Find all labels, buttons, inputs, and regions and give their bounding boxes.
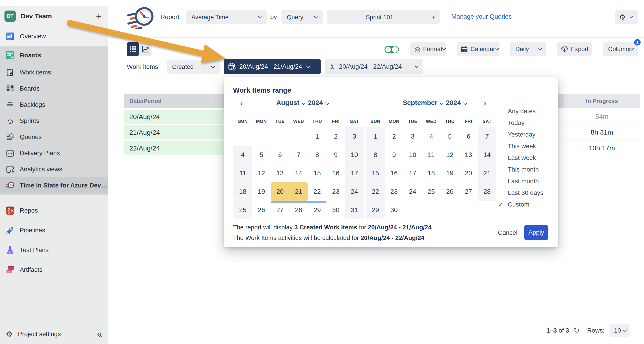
sidebar-item-work-items[interactable]: Work items (0, 64, 108, 81)
calendar-day[interactable]: 20 (459, 164, 478, 182)
calendar-day[interactable]: 22 (308, 182, 326, 201)
add-icon[interactable]: + (96, 12, 104, 21)
calendar-day[interactable]: 30 (385, 201, 403, 219)
work-items-range-button[interactable]: 20/Aug/24 - 21/Aug/24 (224, 59, 321, 74)
calendar-day[interactable]: 8 (366, 146, 385, 164)
calendar-day[interactable]: 5 (440, 127, 459, 146)
rows-per-page-select[interactable]: 10 (610, 324, 630, 337)
calendar-day[interactable]: 6 (459, 127, 478, 146)
calendar-day[interactable]: 11 (234, 164, 252, 182)
calendar-day[interactable]: 22 (366, 182, 385, 201)
settings-menu-button[interactable]: ⚙ (615, 10, 638, 24)
sidebar-item-repos[interactable]: Repos (0, 201, 108, 220)
calendar-day[interactable]: 3 (345, 127, 364, 146)
month-name[interactable]: September (403, 99, 438, 107)
quick-option-last-week[interactable]: Last week (498, 152, 555, 164)
month-selector-left[interactable]: August 2024 (271, 99, 334, 107)
columns-button[interactable]: Columns (603, 42, 638, 56)
calendar-day[interactable]: 20 (271, 182, 289, 201)
sidebar-item-overview[interactable]: Overview (0, 28, 108, 44)
calendar-day[interactable]: 9 (326, 146, 345, 164)
interval-select[interactable]: Daily (510, 42, 546, 56)
calendar-day[interactable]: 27 (271, 201, 289, 219)
export-button[interactable]: Export (557, 42, 592, 56)
calendar-day[interactable]: 15 (366, 164, 385, 182)
calendar-day[interactable]: 14 (289, 164, 308, 182)
sidebar-item-sprints[interactable]: Sprints (0, 113, 108, 129)
sidebar-item-analytics-views[interactable]: Analytics views (0, 161, 108, 177)
calendar-day[interactable]: 18 (422, 164, 440, 182)
calendar-day[interactable]: 17 (403, 164, 422, 182)
calendar-day[interactable]: 16 (326, 164, 345, 182)
calendar-day[interactable]: 11 (422, 146, 440, 164)
calendar-day[interactable]: 7 (289, 146, 308, 164)
quick-option-this-week[interactable]: This week (498, 140, 555, 152)
calendar-day[interactable]: 2 (385, 127, 403, 146)
sidebar-item-test-plans[interactable]: Test Plans (0, 240, 108, 260)
calendar-day[interactable]: 18 (234, 182, 252, 201)
calendar-day[interactable]: 4 (234, 146, 252, 164)
enabled-toggle[interactable]: ✓ (384, 46, 399, 53)
calendar-day[interactable]: 21 (478, 164, 496, 182)
calendar-day[interactable]: 31 (345, 201, 364, 219)
calendar-day[interactable]: 13 (271, 164, 289, 182)
query-select[interactable]: Sprint 101 ▾ (327, 10, 440, 24)
calendar-day[interactable]: 28 (478, 182, 496, 201)
sidebar-item-boards[interactable]: Boards (0, 47, 108, 64)
format-button[interactable]: ◎ Format (410, 42, 446, 56)
year-value[interactable]: 2024 (446, 99, 461, 107)
calendar-day[interactable]: 14 (478, 146, 496, 164)
grid-view-button[interactable] (127, 42, 139, 56)
calendar-day[interactable]: 26 (440, 182, 459, 201)
calendar-day[interactable]: 27 (459, 182, 478, 201)
quick-option-last-30-days[interactable]: Last 30 days (498, 187, 555, 199)
calendar-day[interactable]: 5 (252, 146, 271, 164)
column-header-in-progress[interactable]: In Progress (564, 94, 640, 108)
calendar-day[interactable]: 10 (345, 146, 364, 164)
calendar-day[interactable]: 2 (326, 127, 345, 146)
calendar-day[interactable]: 19 (252, 182, 271, 201)
team-header[interactable]: DT Dev Team + (0, 8, 108, 24)
calendar-day[interactable]: 25 (234, 201, 252, 219)
calendar-day[interactable]: 13 (459, 146, 478, 164)
quick-option-yesterday[interactable]: Yesterday (498, 129, 555, 140)
calendar-day[interactable]: 10 (403, 146, 422, 164)
sidebar-item-artifacts[interactable]: Artifacts (0, 260, 108, 280)
calendar-day[interactable]: 29 (366, 201, 385, 219)
calendar-button[interactable]: Calendar (457, 42, 499, 56)
month-selector-right[interactable]: September 2024 (399, 99, 470, 107)
calendar-day[interactable]: 23 (326, 182, 345, 201)
apply-button[interactable]: Apply (524, 225, 548, 240)
calendar-day[interactable]: 6 (271, 146, 289, 164)
project-settings[interactable]: ⚙ Project settings « (3, 324, 105, 344)
next-month-button[interactable]: › (484, 98, 486, 108)
collapse-sidebar-icon[interactable]: « (97, 331, 105, 337)
calendar-day[interactable]: 30 (326, 201, 345, 219)
sidebar-item-backlogs[interactable]: Backlogs (0, 97, 108, 113)
calendar-day[interactable]: 8 (308, 146, 326, 164)
sidebar-item-boards[interactable]: Boards (0, 81, 108, 97)
manage-queries-link[interactable]: Manage your Queries (451, 13, 512, 20)
sidebar-item-time-in-state-for-azure-devo[interactable]: Time in State for Azure DevO... (0, 177, 108, 194)
sidebar-item-pipelines[interactable]: Pipelines (0, 220, 108, 240)
calendar-day[interactable]: 23 (385, 182, 403, 201)
month-name[interactable]: August (276, 99, 299, 107)
quick-option-this-month[interactable]: This month (498, 164, 555, 175)
calendar-day[interactable]: 16 (385, 164, 403, 182)
column-header-date[interactable]: Date/Period (124, 94, 223, 108)
year-value[interactable]: 2024 (308, 99, 323, 107)
calendar-day[interactable]: 25 (422, 182, 440, 201)
calendar-day[interactable]: 19 (440, 164, 459, 182)
activities-range-button[interactable]: ✂ 20/Aug/24 - 22/Aug/24 (325, 59, 423, 74)
calendar-day[interactable]: 29 (308, 201, 326, 219)
cancel-button[interactable]: Cancel (498, 225, 520, 240)
calendar-day[interactable]: 21 (289, 182, 308, 201)
previous-month-button[interactable]: ‹ (240, 98, 243, 108)
chart-view-button[interactable] (140, 42, 152, 56)
calendar-day[interactable]: 1 (366, 127, 385, 146)
calendar-day[interactable]: 1 (308, 127, 326, 146)
calendar-day[interactable]: 7 (478, 127, 496, 146)
calendar-day[interactable]: 24 (403, 182, 422, 201)
calendar-day[interactable]: 3 (403, 127, 422, 146)
calendar-day[interactable]: 12 (440, 146, 459, 164)
